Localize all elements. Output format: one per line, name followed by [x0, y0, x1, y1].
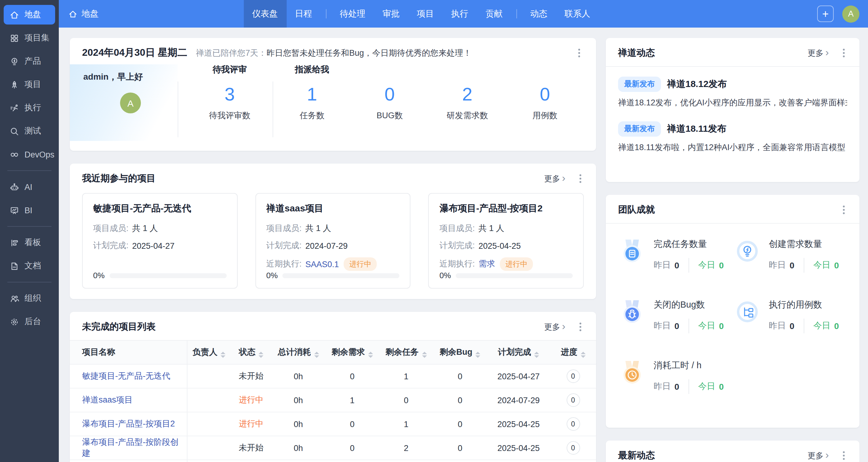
review-count[interactable]: 3 — [187, 83, 273, 106]
users-icon — [10, 294, 19, 303]
assigned-stat-group: 指派给我 1 任务数 0 BUG数 2 — [273, 64, 584, 141]
kebab-menu-icon[interactable] — [839, 204, 848, 215]
sidebar-item-my[interactable]: 地盘 — [4, 5, 55, 25]
kebab-menu-icon[interactable] — [574, 48, 584, 59]
sidebar-item-bi[interactable]: BI — [4, 201, 55, 220]
progress-bar — [456, 273, 573, 278]
sidebar-item-program[interactable]: 项目集 — [4, 28, 55, 48]
col-owner[interactable]: 负责人 — [187, 340, 231, 364]
status-text: 进行中 — [231, 388, 271, 412]
tab-todo[interactable]: 待处理 — [331, 0, 374, 28]
unfinished-projects-card: 未完成的项目列表 更多 项目名称 负责人 状态 总计消耗 剩余需求 — [70, 312, 596, 462]
review-stat-group: 待我评审 3 待我评审数 — [187, 64, 273, 141]
col-progress[interactable]: 进度 — [550, 340, 596, 364]
col-story[interactable]: 剩余需求 — [325, 340, 379, 364]
project-card[interactable]: 敏捷项目-无产品-无迭代 项目成员:共 1 人 计划完成:2025-04-27 … — [82, 193, 237, 288]
case-count[interactable]: 0 — [506, 83, 584, 106]
project-link[interactable]: 瀑布项目-产品型-按项目2 — [82, 419, 175, 428]
kebab-menu-icon[interactable] — [839, 450, 848, 461]
news-item[interactable]: 最新发布 禅道18.12发布 禅道18.12发布，优化AI小程序的应用显示，改善… — [618, 76, 847, 109]
tab-calendar[interactable]: 日程 — [286, 0, 321, 28]
news-item[interactable]: 最新发布 禅道18.11发布 禅道18.11发布啦，内置12种AI小程序，全面兼… — [618, 121, 847, 153]
metric-run-cases: 执行的用例数 昨日0 今日0 — [733, 299, 848, 333]
content: 2024年04月30日 星期二 禅道已陪伴您7天：昨日您暂未处理任务和Bug，今… — [59, 28, 868, 462]
kebab-menu-icon[interactable] — [575, 321, 585, 332]
section-title: 禅道动态 — [618, 47, 808, 59]
task-count[interactable]: 1 — [273, 83, 351, 106]
progress-bar — [110, 273, 227, 278]
sidebar-item-qa[interactable]: 测试 — [4, 121, 55, 141]
section-title: 最新动态 — [618, 450, 808, 461]
section-title: 未完成的项目列表 — [82, 321, 544, 333]
project-card[interactable]: 禅道saas项目 项目成员:共 1 人 计划完成:2024-07-29 近期执行… — [255, 193, 410, 288]
more-link[interactable]: 更多 — [544, 173, 565, 184]
welcome-message: 禅道已陪伴您7天：昨日您暂未处理任务和Bug，今日期待优秀的您来处理！ — [196, 48, 574, 59]
avatar[interactable]: A — [120, 93, 141, 113]
project-link[interactable]: 瀑布项目-产品型-按阶段创建 — [82, 437, 179, 458]
kebab-menu-icon[interactable] — [839, 48, 848, 59]
chart-board-icon — [10, 206, 19, 215]
tab-dashboard[interactable]: 仪表盘 — [244, 0, 286, 28]
value-divider — [688, 319, 689, 333]
user-avatar[interactable]: A — [842, 5, 860, 22]
more-link[interactable]: 更多 — [808, 450, 829, 461]
progress: 0% — [266, 271, 399, 280]
sidebar-item-admin[interactable]: 后台 — [4, 312, 55, 332]
tab-execution[interactable]: 执行 — [442, 0, 477, 28]
tab-contribute[interactable]: 贡献 — [477, 0, 511, 28]
execution-link[interactable]: SAAS0.1 — [305, 259, 339, 269]
table-row: 敏捷项目-无产品-无迭代 未开始 0h 0 1 0 2025-04-27 0 — [70, 364, 596, 388]
document-icon — [10, 261, 19, 271]
table-row: 1111 进行中 0h 1 1 1 2023-04-30 0 — [70, 460, 596, 462]
tab-dynamic[interactable]: 动态 — [522, 0, 556, 28]
sidebar-item-org[interactable]: 组织 — [4, 288, 55, 308]
stat-task: 指派给我 1 任务数 — [273, 64, 351, 141]
project-link[interactable]: 敏捷项目-无产品-无迭代 — [82, 371, 170, 380]
col-status[interactable]: 状态 — [231, 340, 271, 364]
sidebar-item-execution[interactable]: 执行 — [4, 98, 55, 118]
tab-review[interactable]: 审批 — [374, 0, 408, 28]
col-bug[interactable]: 剩余Bug — [433, 340, 487, 364]
sort-icon — [422, 352, 427, 358]
create-button[interactable] — [817, 5, 834, 22]
today-date: 2024年04月30日 星期二 — [82, 47, 187, 59]
greeting-text: admin，早上好 — [83, 72, 178, 83]
sidebar-item-kanban[interactable]: 看板 — [4, 233, 55, 252]
metric-finished-tasks: 完成任务数量 昨日0 今日0 — [618, 238, 733, 273]
value-divider — [804, 258, 804, 273]
more-link[interactable]: 更多 — [544, 321, 565, 332]
unfinished-projects-table: 项目名称 负责人 状态 总计消耗 剩余需求 剩余任务 剩余Bug 计划完成 进度 — [70, 340, 596, 462]
col-task[interactable]: 剩余任务 — [379, 340, 433, 364]
idea-circle-icon — [733, 237, 762, 265]
bug-count[interactable]: 0 — [351, 83, 429, 106]
tab-contacts[interactable]: 联系人 — [556, 0, 599, 28]
zentao-dashboard: 地盘 项目集 产品 项目 执行 测试 DevOps AI — [0, 0, 868, 462]
sidebar-item-project[interactable]: 项目 — [4, 75, 55, 94]
sidebar-divider — [7, 226, 52, 227]
sidebar-item-ai[interactable]: AI — [4, 177, 55, 197]
more-link[interactable]: 更多 — [808, 48, 829, 59]
tab-project[interactable]: 项目 — [408, 0, 442, 28]
nav-tabs: 仪表盘 日程 待处理 审批 项目 执行 贡献 动态 联系人 — [244, 0, 672, 28]
col-due[interactable]: 计划完成 — [487, 340, 550, 364]
tab-divider — [326, 9, 326, 19]
sidebar-item-doc[interactable]: 文档 — [4, 256, 55, 276]
kebab-menu-icon[interactable] — [575, 173, 585, 184]
progress-badge: 0 — [566, 369, 580, 383]
sidebar-item-devops[interactable]: DevOps — [4, 145, 55, 164]
metric-created-stories: 创建需求数量 昨日0 今日0 — [733, 238, 848, 273]
execution-link[interactable]: 需求 — [478, 258, 495, 270]
col-name: 项目名称 — [70, 340, 187, 364]
kanban-icon — [10, 238, 19, 247]
story-count[interactable]: 2 — [429, 83, 506, 106]
stat-divider — [178, 82, 178, 137]
project-link[interactable]: 禅道saas项目 — [82, 395, 133, 404]
sidebar-item-product[interactable]: 产品 — [4, 52, 55, 71]
project-card[interactable]: 瀑布项目-产品型-按项目2 项目成员:共 1 人 计划完成:2025-04-25… — [429, 193, 584, 288]
breadcrumb[interactable]: 地盘 — [69, 8, 99, 19]
greeting-panel: admin，早上好 A — [70, 64, 178, 141]
col-cost[interactable]: 总计消耗 — [271, 340, 325, 364]
progress-badge: 0 — [566, 441, 580, 455]
bug-medal-icon — [618, 298, 646, 326]
latest-dynamics-card: 最新动态 更多 — [606, 440, 860, 462]
